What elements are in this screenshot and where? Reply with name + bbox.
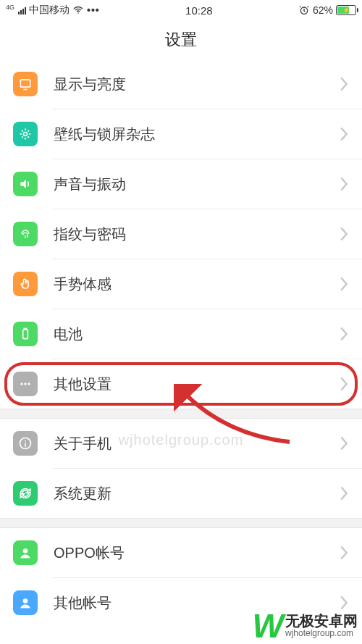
wallpaper-icon (13, 122, 38, 146)
chevron-right-icon (339, 376, 349, 392)
row-gesture[interactable]: 手势体感 (0, 259, 362, 309)
row-label: 手势体感 (54, 275, 339, 294)
row-wallpaper[interactable]: 壁纸与锁屏杂志 (0, 109, 362, 159)
wifi-icon (72, 4, 84, 16)
sound-icon (13, 172, 38, 196)
settings-section-2: OPPO帐号 其他帐号 (0, 528, 362, 627)
row-oppo-account[interactable]: OPPO帐号 (0, 528, 362, 577)
status-time: 10:28 (100, 4, 298, 17)
battery-icon (13, 322, 38, 346)
row-fingerprint[interactable]: 指纹与密码 (0, 209, 362, 259)
fingerprint-icon (13, 222, 38, 246)
row-battery[interactable]: 电池 (0, 309, 362, 359)
page-title: 设置 (0, 20, 362, 59)
gesture-icon (13, 272, 38, 296)
chevron-right-icon (339, 76, 349, 92)
svg-point-0 (77, 12, 79, 14)
row-label: 壁纸与锁屏杂志 (54, 125, 339, 144)
svg-point-6 (20, 382, 22, 385)
row-label: 指纹与密码 (54, 225, 339, 244)
svg-point-10 (23, 548, 28, 553)
chevron-right-icon (339, 435, 349, 451)
svg-rect-2 (20, 80, 30, 87)
chevron-right-icon (339, 176, 349, 192)
row-label: 声音与振动 (54, 175, 339, 194)
oppo-account-icon (13, 540, 38, 565)
about-icon (13, 431, 38, 456)
svg-rect-4 (23, 330, 28, 339)
svg-point-3 (24, 133, 28, 136)
row-label: 显示与亮度 (54, 75, 339, 94)
section-gap (0, 409, 362, 419)
chevron-right-icon (339, 545, 349, 561)
section-gap (0, 518, 362, 528)
update-icon (13, 481, 38, 506)
settings-section-1: 关于手机 系统更新 (0, 419, 362, 518)
row-label: 电池 (54, 325, 339, 344)
row-label: 其他设置 (54, 375, 339, 394)
carrier-label: 中国移动 (29, 4, 70, 17)
chevron-right-icon (339, 276, 349, 292)
alarm-icon (298, 4, 310, 16)
svg-rect-5 (24, 329, 26, 330)
status-right: 62% ⚡ (298, 4, 356, 16)
row-sound[interactable]: 声音与振动 (0, 159, 362, 209)
chevron-right-icon (339, 595, 349, 611)
row-label: 关于手机 (54, 434, 339, 453)
row-label: 系统更新 (54, 484, 339, 503)
svg-point-11 (23, 598, 28, 603)
svg-point-8 (28, 382, 30, 385)
row-label: OPPO帐号 (54, 543, 339, 563)
status-bar: 4G 中国移动 ••• 10:28 62% ⚡ (0, 0, 362, 20)
status-left: 4G 中国移动 ••• (6, 4, 100, 17)
signal-icon (18, 6, 26, 14)
chevron-right-icon (339, 485, 349, 501)
battery-icon: ⚡ (336, 5, 356, 15)
row-about-phone[interactable]: 关于手机 (0, 419, 362, 468)
row-system-update[interactable]: 系统更新 (0, 469, 362, 518)
chevron-right-icon (339, 126, 349, 142)
settings-screen: 4G 中国移动 ••• 10:28 62% ⚡ 设置 显示与亮度 (0, 0, 362, 644)
network-type: 4G (6, 4, 14, 11)
row-label: 其他帐号 (54, 593, 339, 613)
battery-pct: 62% (313, 4, 333, 16)
row-other-settings[interactable]: 其他设置 (0, 359, 362, 409)
other-icon (13, 372, 38, 396)
row-display-brightness[interactable]: 显示与亮度 (0, 59, 362, 109)
svg-point-7 (24, 382, 26, 385)
row-other-account[interactable]: 其他帐号 (0, 578, 362, 627)
other-account-icon (13, 590, 38, 615)
settings-section-0: 显示与亮度 壁纸与锁屏杂志 声音与振动 指纹与密码 (0, 59, 362, 409)
display-icon (13, 72, 38, 96)
chevron-right-icon (339, 326, 349, 342)
more-dots-icon: ••• (87, 4, 100, 16)
chevron-right-icon (339, 226, 349, 242)
brand-url: wjhotelgroup.com (285, 629, 358, 638)
